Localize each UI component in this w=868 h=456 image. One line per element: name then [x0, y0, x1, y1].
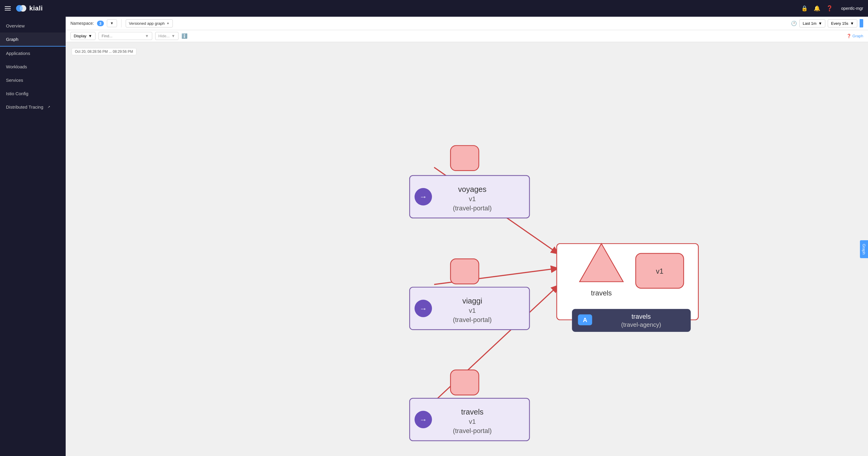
- hide-placeholder: Hide...: [158, 34, 170, 38]
- kiali-logo-icon: [16, 3, 27, 14]
- sidebar-item-workloads[interactable]: Workloads: [0, 60, 66, 73]
- find-dropdown-arrow[interactable]: ▼: [145, 34, 149, 38]
- logo-area: kiali: [16, 3, 43, 14]
- sidebar-item-overview[interactable]: Overview: [0, 19, 66, 33]
- toolbar-row2: Display ▼ ▼ Hide... ▼ ℹ️ ❓ Graph: [66, 30, 868, 42]
- refresh-rate-dropdown[interactable]: Every 15s ▼: [828, 20, 857, 28]
- help-icon[interactable]: ❓: [826, 5, 833, 12]
- graph-type-arrow: ▼: [166, 22, 169, 25]
- content-area: Namespace: 3 ▼ Versioned app graph ▼ 🕐 L…: [66, 17, 868, 456]
- travels-portal-label2: v1: [469, 418, 476, 425]
- refresh-rate-arrow: ▼: [850, 21, 854, 26]
- viaggi-icon-text: →: [420, 304, 427, 313]
- graph-type-label: Versioned app graph: [129, 21, 165, 26]
- sidebar-item-istio-config-label: Istio Config: [6, 91, 28, 96]
- viaggi-label2: v1: [469, 307, 476, 314]
- toolbar-separator: [121, 19, 122, 28]
- display-label: Display: [74, 34, 87, 38]
- hide-dropdown[interactable]: Hide... ▼: [155, 32, 179, 40]
- namespace-label: Namespace:: [70, 21, 94, 26]
- find-input[interactable]: [102, 34, 143, 38]
- travels-portal-icon-text: →: [420, 415, 427, 424]
- viaggi-node[interactable]: → viaggi v1 (travel-portal): [409, 259, 529, 329]
- timestamp-text: Oct 20, 08:28:56 PM ... 08:29:56 PM: [75, 50, 133, 54]
- sidebar-item-workloads-label: Workloads: [6, 64, 27, 69]
- last-time-dropdown[interactable]: Last 1m ▼: [799, 20, 825, 28]
- voyages-label1: voyages: [458, 185, 487, 193]
- lock-icon[interactable]: 🔒: [801, 5, 808, 12]
- viaggi-service-icon: [451, 259, 479, 284]
- top-header: kiali 🔒 🔔 ❓ opentlc-mgr: [0, 0, 868, 17]
- time-controls: 🕐 Last 1m ▼ Every 15s ▼: [791, 19, 863, 28]
- voyages-service-icon: [451, 145, 479, 171]
- viaggi-label1: viaggi: [462, 297, 483, 305]
- voyages-icon-text: →: [420, 193, 427, 201]
- travels-service-group[interactable]: travels v1 A travels (travel-agency): [557, 243, 699, 332]
- refresh-rate-label: Every 15s: [831, 21, 848, 26]
- sidebar-item-services[interactable]: Services: [0, 73, 66, 87]
- travels-service-label: travels: [591, 289, 612, 297]
- travels-portal-service-icon: [451, 370, 479, 395]
- toolbar-row1: Namespace: 3 ▼ Versioned app graph ▼ 🕐 L…: [66, 17, 868, 30]
- graph-svg: → voyages v1 (travel-portal) → viaggi v1: [66, 42, 868, 456]
- travels-portal-label3: (travel-portal): [453, 427, 492, 434]
- graph-tour-link[interactable]: ❓ Graph: [846, 34, 863, 38]
- voyages-node[interactable]: → voyages v1 (travel-portal): [409, 145, 529, 218]
- main-layout: Overview Graph Applications Workloads Se…: [0, 17, 868, 456]
- right-panel-tab-label: Graph: [862, 243, 866, 254]
- travels-portal-label1: travels: [461, 408, 484, 416]
- external-link-icon: ↗: [48, 105, 50, 109]
- hamburger-menu[interactable]: [5, 6, 11, 10]
- travels-agency-label1: travels: [631, 313, 651, 320]
- sidebar-item-applications[interactable]: Applications: [0, 46, 66, 60]
- bell-icon[interactable]: 🔔: [814, 5, 820, 12]
- graph-type-dropdown[interactable]: Versioned app graph ▼: [126, 20, 173, 28]
- voyages-label3: (travel-portal): [453, 204, 492, 212]
- namespace-dropdown-arrow: ▼: [110, 21, 114, 25]
- sidebar-item-graph[interactable]: Graph: [0, 33, 66, 46]
- header-icons: 🔒 🔔 ❓ opentlc-mgr: [801, 5, 863, 12]
- display-arrow: ▼: [88, 34, 92, 38]
- svg-point-2: [16, 5, 23, 12]
- logo-text: kiali: [29, 4, 43, 12]
- time-icon: 🕐: [791, 21, 797, 26]
- sidebar-item-applications-label: Applications: [6, 51, 30, 56]
- namespace-dropdown[interactable]: ▼: [107, 20, 117, 27]
- sidebar-item-istio-config[interactable]: Istio Config: [0, 87, 66, 100]
- travels-agency-badge-text: A: [583, 317, 587, 323]
- travels-portal-node[interactable]: → travels v1 (travel-portal): [409, 370, 529, 441]
- namespace-count-badge[interactable]: 3: [97, 21, 104, 26]
- username: opentlc-mgr: [841, 6, 863, 11]
- graph-tour-icon: ❓: [846, 34, 851, 38]
- v1-label: v1: [656, 267, 663, 275]
- last-time-label: Last 1m: [803, 21, 816, 26]
- hide-dropdown-arrow[interactable]: ▼: [171, 34, 175, 38]
- sidebar-item-distributed-tracing[interactable]: Distributed Tracing ↗: [0, 100, 66, 114]
- sidebar-item-distributed-tracing-label: Distributed Tracing: [6, 104, 43, 109]
- sidebar-item-overview-label: Overview: [6, 23, 25, 28]
- sidebar: Overview Graph Applications Workloads Se…: [0, 17, 66, 456]
- right-panel-tab[interactable]: Graph: [860, 240, 868, 258]
- display-button[interactable]: Display ▼: [70, 32, 95, 40]
- sidebar-item-services-label: Services: [6, 77, 23, 83]
- viaggi-label3: (travel-portal): [453, 316, 492, 324]
- travels-agency-label2: (travel-agency): [621, 321, 661, 328]
- info-icon[interactable]: ℹ️: [182, 33, 187, 39]
- graph-canvas: Oct 20, 08:28:56 PM ... 08:29:56 PM: [66, 42, 868, 456]
- voyages-label2: v1: [469, 195, 476, 203]
- find-input-wrapper[interactable]: ▼: [98, 32, 152, 40]
- timestamp-badge: Oct 20, 08:28:56 PM ... 08:29:56 PM: [72, 48, 136, 55]
- sidebar-item-graph-label: Graph: [6, 37, 19, 42]
- last-time-arrow: ▼: [818, 21, 822, 26]
- graph-tour-label: Graph: [852, 34, 863, 38]
